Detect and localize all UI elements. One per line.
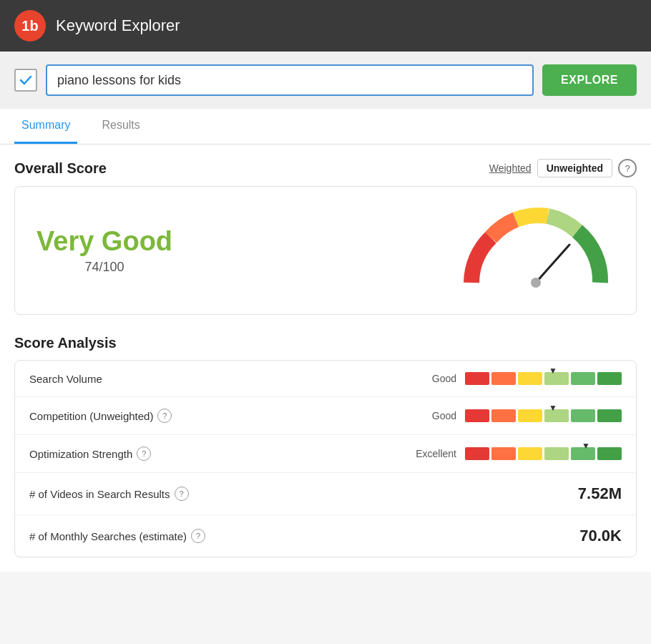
app-title: Keyword Explorer [56, 16, 180, 35]
table-row: # of Monthly Searches (estimate) ? 70.0K [15, 515, 636, 557]
table-row: Competition (Unweighted) ? Good ▼ [15, 397, 636, 435]
monthly-searches-value: 70.0K [244, 527, 622, 545]
tabs-bar: Summary Results [0, 109, 651, 145]
videos-help-icon[interactable]: ? [175, 487, 189, 501]
search-checkbox[interactable] [14, 69, 37, 92]
table-row: Optimization Strength ? Excellent ▼ [15, 435, 636, 473]
tab-results[interactable]: Results [94, 109, 147, 144]
explore-button[interactable]: EXPLORE [542, 64, 637, 96]
unweighted-toggle[interactable]: Unweighted [537, 159, 612, 177]
competition-label: Competition (Unweighted) ? [29, 409, 244, 423]
optimization-bar: ▼ [465, 447, 622, 460]
tab-summary[interactable]: Summary [14, 109, 77, 144]
videos-value: 7.52M [244, 484, 622, 503]
score-help-icon[interactable]: ? [618, 159, 637, 177]
app-header: 1b Keyword Explorer [0, 0, 651, 52]
weighted-toggle[interactable]: Weighted [489, 162, 532, 174]
svg-line-0 [536, 245, 569, 283]
table-row: # of Videos in Search Results ? 7.52M [15, 473, 636, 515]
optimization-label: Optimization Strength ? [29, 447, 244, 461]
competition-help-icon[interactable]: ? [157, 409, 172, 423]
search-area: EXPLORE [0, 52, 651, 109]
search-volume-value: Good ▼ [244, 372, 622, 385]
videos-label: # of Videos in Search Results ? [29, 487, 244, 501]
app-logo: 1b [14, 10, 46, 42]
table-row: Search Volume Good ▼ [15, 361, 636, 397]
score-analysis-title: Score Analysis [14, 335, 117, 351]
analysis-card: Search Volume Good ▼ [14, 360, 637, 557]
score-text: Very Good 74/100 [36, 226, 172, 275]
optimization-value: Excellent ▼ [244, 447, 622, 460]
competition-value: Good ▼ [244, 409, 622, 422]
main-content: Overall Score Weighted Unweighted ? Very… [0, 145, 651, 572]
score-toggle: Weighted Unweighted ? [489, 159, 637, 177]
score-label: Very Good [36, 226, 172, 257]
search-volume-bar: ▼ [465, 372, 622, 385]
svg-point-1 [531, 278, 541, 288]
optimization-help-icon[interactable]: ? [137, 447, 151, 461]
competition-bar: ▼ [465, 409, 622, 422]
gauge [457, 204, 615, 297]
monthly-searches-label: # of Monthly Searches (estimate) ? [29, 529, 244, 543]
score-value: 74/100 [85, 260, 124, 275]
overall-score-header: Overall Score Weighted Unweighted ? [14, 159, 637, 177]
score-card: Very Good 74/100 [14, 186, 637, 315]
overall-score-title: Overall Score [14, 160, 107, 177]
search-input[interactable] [46, 64, 534, 96]
search-volume-label: Search Volume [29, 373, 244, 385]
monthly-searches-help-icon[interactable]: ? [191, 529, 205, 543]
